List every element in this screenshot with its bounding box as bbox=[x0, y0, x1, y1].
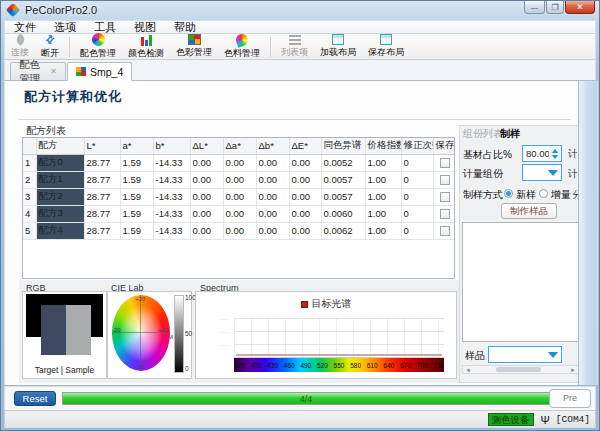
palette-icon bbox=[234, 34, 250, 46]
cielab-panel: +20 -20 -20 +20 100 50 0 M bbox=[107, 291, 192, 379]
target-color-swatch bbox=[41, 305, 66, 355]
legend-swatch-icon bbox=[301, 301, 308, 308]
rgb-preview-background bbox=[26, 294, 103, 337]
col-header-formula[interactable]: 配方 bbox=[36, 138, 84, 154]
title-divider bbox=[19, 119, 571, 120]
save-layout-icon bbox=[378, 34, 394, 45]
color-manage-button[interactable]: 色彩管理 bbox=[170, 34, 218, 59]
component-listbox[interactable] bbox=[462, 222, 579, 342]
col-header-dL[interactable]: ΔL* bbox=[190, 138, 223, 154]
toolbar-separator bbox=[69, 37, 70, 57]
colorant-manage-button[interactable]: 色料管理 bbox=[218, 34, 266, 59]
menu-item-view[interactable]: 视图 bbox=[125, 20, 165, 35]
menu-item-help[interactable]: 帮助 bbox=[165, 20, 205, 35]
col-header-db[interactable]: Δb* bbox=[256, 138, 289, 154]
lab-color-wheel bbox=[112, 295, 170, 371]
scroll-left-icon[interactable]: ◄ bbox=[465, 367, 471, 373]
scroll-right-icon[interactable]: ► bbox=[570, 367, 576, 373]
minimize-icon[interactable] bbox=[524, 1, 545, 14]
sample-icon bbox=[76, 67, 86, 76]
save-layout-button[interactable]: 保存布局 bbox=[362, 34, 410, 59]
save-checkbox[interactable] bbox=[440, 226, 450, 236]
lightness-marker: M bbox=[168, 334, 173, 340]
formula-name-cell: 配方4 bbox=[36, 222, 84, 239]
color-matching-button[interactable]: 配色管理 bbox=[74, 34, 122, 59]
base-ratio-stepper[interactable]: 80.00 bbox=[522, 145, 562, 162]
spectrum-legend: 目标光谱 bbox=[196, 297, 456, 311]
maximize-icon[interactable] bbox=[546, 1, 564, 14]
clipped-text: 计 bbox=[568, 147, 577, 161]
color-wheel-icon bbox=[90, 33, 106, 46]
app-icon bbox=[6, 3, 20, 17]
app-window: PeColorPro2.0 文件 选项 工具 视图 帮助 连接 断开 配色管理 bbox=[0, 0, 600, 431]
toolbar: 连接 断开 配色管理 颜色检测 色彩管理 色料管理 列表项 bbox=[4, 34, 596, 60]
close-tab-icon[interactable]: ✕ bbox=[50, 67, 57, 76]
save-checkbox[interactable] bbox=[440, 158, 450, 168]
reset-button[interactable]: Reset bbox=[14, 391, 56, 406]
col-header-da[interactable]: Δa* bbox=[223, 138, 256, 154]
base-ratio-label: 基材占比% bbox=[463, 148, 512, 162]
radio-increment[interactable] bbox=[539, 189, 548, 198]
legend-label: 目标光谱 bbox=[312, 297, 352, 311]
col-header-price[interactable]: 价格指数 bbox=[365, 138, 401, 154]
horizontal-scrollbar[interactable]: ◄ ► bbox=[462, 365, 579, 374]
stepper-arrows-icon[interactable] bbox=[549, 147, 560, 160]
scrollbar-thumb[interactable] bbox=[496, 367, 541, 372]
col-header-save[interactable]: 保存 bbox=[433, 138, 455, 154]
formula-table: 配方 L* a* b* ΔL* Δa* Δb* ΔE* 同色异谱 价格指数 修正… bbox=[23, 138, 455, 240]
disconnect-button[interactable]: 断开 bbox=[35, 34, 65, 59]
formula-name-cell: 配方3 bbox=[36, 205, 84, 222]
table-row[interactable]: 4 配方3 28.77 1.59 -14.33 0.00 0.00 0.00 0… bbox=[23, 205, 455, 222]
col-header-corrections[interactable]: 修正次数 bbox=[401, 138, 433, 154]
radio-new-sample[interactable] bbox=[504, 189, 513, 198]
spectrum-plot-grid bbox=[234, 318, 444, 358]
save-checkbox[interactable] bbox=[440, 192, 450, 202]
col-header-metamerism[interactable]: 同色异谱 bbox=[321, 138, 365, 154]
color-detect-button[interactable]: 颜色检测 bbox=[122, 34, 170, 59]
chevron-down-icon bbox=[548, 170, 558, 176]
color-grid-icon bbox=[186, 34, 202, 45]
col-header-a[interactable]: a* bbox=[120, 138, 153, 154]
col-header-L[interactable]: L* bbox=[84, 138, 120, 154]
formula-name-cell: 配方1 bbox=[36, 171, 84, 188]
status-bar: 测色设备 [COM4] bbox=[4, 410, 596, 428]
save-checkbox[interactable] bbox=[440, 175, 450, 185]
pre-button[interactable]: Pre bbox=[549, 389, 591, 408]
close-icon[interactable] bbox=[565, 1, 595, 14]
sample-making-panel: 组份列表 制样 基材占比% 80.00 计 计量组份 计 制样方式 新样 增量 … bbox=[459, 125, 580, 383]
tab-component-list[interactable]: 组份列表 bbox=[463, 127, 503, 141]
target-spectrum-line bbox=[236, 354, 442, 356]
tab-make-sample[interactable]: 制样 bbox=[500, 127, 520, 141]
menu-item-file[interactable]: 文件 bbox=[5, 20, 45, 35]
sample-dropdown[interactable] bbox=[488, 346, 562, 363]
sample-label: 样品 bbox=[465, 349, 485, 363]
tab-color-matching[interactable]: 配色管理 ✕ bbox=[10, 62, 66, 81]
component-dropdown[interactable] bbox=[522, 164, 562, 181]
formula-name-cell: 配方2 bbox=[36, 188, 84, 205]
table-row[interactable]: 1 配方0 28.77 1.59 -14.33 0.00 0.00 0.00 0… bbox=[23, 154, 455, 171]
load-layout-icon bbox=[330, 34, 346, 45]
device-status-badge: 测色设备 bbox=[488, 413, 534, 426]
tab-smp4[interactable]: Smp_4 bbox=[67, 62, 132, 81]
radio-increment-label[interactable]: 增量 bbox=[551, 188, 571, 202]
col-header-b[interactable]: b* bbox=[153, 138, 190, 154]
list-items-button: 列表项 bbox=[275, 34, 314, 59]
table-row[interactable]: 3 配方2 28.77 1.59 -14.33 0.00 0.00 0.00 0… bbox=[23, 188, 455, 205]
table-row[interactable]: 2 配方1 28.77 1.59 -14.33 0.00 0.00 0.00 0… bbox=[23, 171, 455, 188]
save-checkbox[interactable] bbox=[440, 209, 450, 219]
progress-bar: 4/4 bbox=[62, 392, 550, 405]
list-icon bbox=[287, 34, 303, 45]
formula-table-container: 配方 L* a* b* ΔL* Δa* Δb* ΔE* 同色异谱 价格指数 修正… bbox=[22, 137, 455, 279]
load-layout-button[interactable]: 加载布局 bbox=[314, 34, 362, 59]
radio-new-label[interactable]: 新样 bbox=[516, 188, 536, 202]
table-row[interactable]: 5 配方4 28.77 1.59 -14.33 0.00 0.00 0.00 0… bbox=[23, 222, 455, 239]
main-content: 配方计算和优化 配方列表 配方 L* a* b* ΔL* bbox=[4, 81, 598, 385]
connect-icon bbox=[12, 34, 28, 45]
make-sample-button[interactable]: 制作样品 bbox=[501, 203, 557, 219]
document-tab-strip: 配色管理 ✕ Smp_4 bbox=[4, 60, 596, 81]
col-header-dE[interactable]: ΔE* bbox=[289, 138, 321, 154]
window-title: PeColorPro2.0 bbox=[25, 4, 97, 16]
title-bar: PeColorPro2.0 bbox=[1, 1, 599, 20]
color-detect-icon bbox=[138, 34, 154, 46]
usb-icon bbox=[541, 414, 550, 426]
